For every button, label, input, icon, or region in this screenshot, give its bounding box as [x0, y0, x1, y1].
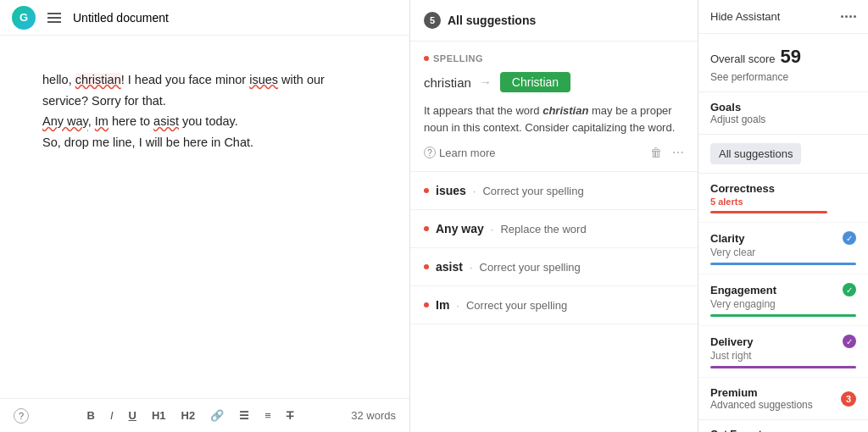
correctness-subtitle: 5 alerts	[710, 197, 856, 207]
suggestion-action: Correct your spelling	[466, 299, 567, 312]
overall-score-label: Overall score	[710, 53, 776, 65]
clear-format-button[interactable]: T̶	[283, 407, 297, 424]
delete-suggestion-button[interactable]: 🗑	[650, 146, 662, 159]
correctness-title: Correctness	[710, 182, 775, 195]
ul-button[interactable]: ≡	[261, 407, 275, 424]
delivery-title: Delivery	[710, 335, 754, 348]
underline-button[interactable]: U	[125, 407, 140, 424]
learn-more-button[interactable]: ? Learn more	[424, 147, 495, 159]
clarity-title: Clarity	[710, 232, 744, 245]
suggestions-count-badge: 5	[424, 12, 441, 29]
premium-title: Premium	[710, 386, 813, 399]
ol-button[interactable]: ☰	[236, 407, 253, 424]
clarity-check-icon: ✓	[843, 231, 856, 245]
highlighted-word: christian	[542, 104, 588, 117]
goals-title: Goals	[710, 101, 856, 114]
correctness-bar	[710, 211, 827, 213]
premium-count-badge: 3	[841, 391, 856, 407]
suggestion-action: Correct your spelling	[482, 185, 583, 197]
assistant-panel: Hide Assistant Overall score 59 See perf…	[698, 0, 868, 432]
bottom-bar: ? B I U H1 H2 🔗 ☰ ≡ T̶ 32 words	[0, 398, 409, 432]
panel-grid-icon[interactable]	[841, 15, 856, 18]
suggestion-word: Im	[436, 298, 449, 312]
formatting-toolbar: B I U H1 H2 🔗 ☰ ≡ T̶	[84, 407, 297, 424]
suggestions-panel: 5 All suggestions SPELLING christian → C…	[410, 0, 698, 432]
spelling-error-isues: isues	[249, 73, 278, 86]
suggestion-item-asist[interactable]: asist · Correct your spelling	[410, 248, 698, 286]
spelling-error-im: Im	[95, 114, 108, 128]
see-performance-link[interactable]: See performance	[710, 71, 788, 83]
spelling-error-asist: asist	[153, 114, 179, 128]
original-word: christian	[424, 75, 471, 90]
dot-icon	[424, 226, 429, 231]
suggestion-card-christian: SPELLING christian → Christian It appear…	[410, 42, 698, 172]
spelling-error-christian: christian	[75, 73, 121, 86]
suggestion-icon-actions: 🗑 ⋯	[650, 146, 684, 159]
engagement-bar	[710, 314, 856, 317]
suggestions-header-title: All suggestions	[448, 14, 536, 27]
suggestions-header: 5 All suggestions	[410, 0, 698, 42]
editor-content[interactable]: hello, christian! I head you face minor …	[0, 36, 409, 398]
grammarly-logo: G	[12, 6, 36, 30]
h2-button[interactable]: H2	[178, 407, 199, 424]
delivery-subtitle: Just right	[710, 350, 856, 362]
suggestion-word: Any way	[436, 222, 484, 235]
metric-correctness[interactable]: Correctness 5 alerts	[698, 174, 868, 223]
clarity-bar	[710, 263, 856, 265]
suggestion-action: Correct your spelling	[480, 261, 581, 274]
editor-area: G Untitled document hello, christian! I …	[0, 0, 410, 432]
suggestion-items-list: isues · Correct your spelling Any way · …	[410, 172, 698, 324]
suggestion-action: Replace the word	[500, 223, 586, 235]
suggestion-actions: ? Learn more 🗑 ⋯	[424, 146, 684, 159]
hamburger-menu[interactable]	[44, 9, 64, 26]
suggestions-tab-bar: All suggestions	[698, 135, 868, 174]
suggestion-word: isues	[436, 184, 466, 197]
metric-clarity[interactable]: Clarity ✓ Very clear	[698, 223, 868, 274]
metric-delivery[interactable]: Delivery ✓ Just right	[698, 326, 868, 378]
word-count: 32 words	[351, 409, 396, 422]
hide-assistant-button[interactable]: Hide Assistant	[710, 10, 780, 23]
italic-button[interactable]: I	[107, 407, 117, 424]
word-replacement-row: christian → Christian	[424, 72, 684, 92]
h1-button[interactable]: H1	[148, 407, 170, 424]
doc-title[interactable]: Untitled document	[73, 11, 169, 25]
dot-icon	[424, 302, 429, 307]
goals-section[interactable]: Goals Adjust goals	[698, 92, 868, 135]
suggestion-word: asist	[436, 260, 463, 274]
link-button[interactable]: 🔗	[207, 407, 227, 424]
bold-button[interactable]: B	[84, 407, 98, 424]
engagement-title: Engagement	[710, 284, 776, 296]
spelling-error-anyway: Any way	[42, 114, 88, 128]
engagement-subtitle: Very engaging	[710, 298, 856, 310]
overall-score-section: Overall score 59 See performance	[698, 34, 868, 92]
premium-subtitle: Advanced suggestions	[710, 399, 813, 411]
adjust-goals-link[interactable]: Adjust goals	[710, 114, 856, 125]
suggestion-description: It appears that the word christian may b…	[424, 102, 684, 136]
all-suggestions-tab[interactable]: All suggestions	[710, 143, 801, 164]
replacement-button[interactable]: Christian	[500, 72, 570, 92]
suggestion-item-isues[interactable]: isues · Correct your spelling	[410, 172, 698, 210]
delivery-check-icon: ✓	[843, 335, 856, 348]
expert-title: Get ExpertWriting Help	[710, 429, 770, 432]
clarity-subtitle: Very clear	[710, 246, 856, 258]
engagement-check-icon: ✓	[843, 283, 856, 296]
dot-icon	[424, 188, 429, 193]
overall-score-value: 59	[781, 46, 801, 68]
assistant-top-bar: Hide Assistant	[698, 0, 868, 34]
premium-section[interactable]: Premium Advanced suggestions 3	[698, 378, 868, 420]
top-bar: G Untitled document	[0, 0, 409, 36]
expert-writing-section[interactable]: Get ExpertWriting Help 👤	[698, 420, 868, 432]
dot-icon	[424, 264, 429, 269]
more-options-button[interactable]: ⋯	[672, 146, 684, 159]
help-icon[interactable]: ?	[14, 408, 29, 424]
metric-engagement[interactable]: Engagement ✓ Very engaging	[698, 274, 868, 326]
suggestion-item-anyway[interactable]: Any way · Replace the word	[410, 210, 698, 248]
arrow-icon: →	[480, 75, 492, 89]
spelling-label: SPELLING	[424, 53, 684, 64]
suggestion-item-im[interactable]: Im · Correct your spelling	[410, 286, 698, 324]
delivery-bar	[710, 366, 856, 368]
